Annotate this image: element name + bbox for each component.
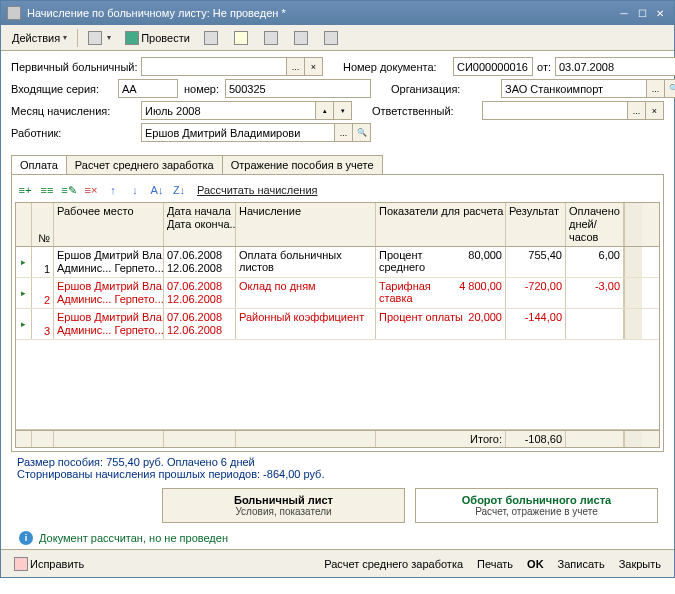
table-row[interactable]: ▸2Ершов Дмитрий Вла...Админис... Герпето… xyxy=(16,278,659,309)
select-button[interactable]: ... xyxy=(647,79,665,98)
select-button[interactable]: ... xyxy=(628,101,646,120)
row-add-icon[interactable]: ≡+ xyxy=(15,180,35,200)
row-accrual: Оклад по дням xyxy=(236,278,376,308)
row-paid xyxy=(566,309,624,339)
col-num[interactable]: № xyxy=(32,203,54,246)
grid-header: № Рабочее место Дата начала Дата оконча.… xyxy=(16,203,659,247)
row-result: 755,40 xyxy=(506,247,566,277)
help-button[interactable] xyxy=(227,28,257,48)
choice-2-title: Оборот больничного листа xyxy=(424,494,649,506)
row-dn-icon[interactable]: ↓ xyxy=(125,180,145,200)
avg-calc-button[interactable]: Расчет среднего заработка xyxy=(317,555,470,573)
total-value: -108,60 xyxy=(506,431,566,447)
tab-oplata[interactable]: Оплата xyxy=(11,155,67,174)
ok-button[interactable]: OK xyxy=(520,555,551,573)
choice-sick-list[interactable]: Больничный лист Условия, показатели xyxy=(162,488,405,523)
titlebar: Начисление по больничному листу: Не пров… xyxy=(1,1,674,25)
form-label: Входящие серия: xyxy=(11,83,118,95)
print-button[interactable]: Печать xyxy=(470,555,520,573)
minimize-button[interactable]: ─ xyxy=(616,6,632,20)
provesti-label: Провести xyxy=(141,32,190,44)
form-input[interactable] xyxy=(225,79,371,98)
col-work[interactable]: Рабочее место xyxy=(54,203,164,246)
form-input[interactable] xyxy=(141,123,335,142)
form-label: Организация: xyxy=(391,83,501,95)
choice-2-sub: Расчет, отражение в учете xyxy=(424,506,649,517)
lookup-button[interactable]: 🔍 xyxy=(353,123,371,142)
actions-label: Действия xyxy=(12,32,60,44)
row-num: 1 xyxy=(32,247,54,277)
form-input[interactable] xyxy=(482,101,628,120)
table-row[interactable]: ▸3Ершов Дмитрий Вла...Админис... Герпето… xyxy=(16,309,659,340)
col-opl[interactable]: Оплачено дней/часов xyxy=(566,203,624,246)
select-button[interactable]: ... xyxy=(287,57,305,76)
form-label: Работник: xyxy=(11,127,141,139)
clear-button[interactable]: × xyxy=(305,57,323,76)
row-accrual: Оплата больничных листов xyxy=(236,247,376,277)
info-icon: i xyxy=(19,531,33,545)
row-result: -144,00 xyxy=(506,309,566,339)
spin-up[interactable]: ▴ xyxy=(316,101,334,120)
app-icon xyxy=(7,6,21,20)
find-button[interactable] xyxy=(81,28,118,48)
close-btn[interactable]: Закрыть xyxy=(612,555,668,573)
form-input[interactable] xyxy=(501,79,647,98)
row-paid: 6,00 xyxy=(566,247,624,277)
row-up-icon[interactable]: ↑ xyxy=(103,180,123,200)
row-num: 2 xyxy=(32,278,54,308)
footer-bar: Исправить Расчет среднего заработка Печа… xyxy=(1,549,674,577)
row-paid: -3,00 xyxy=(566,278,624,308)
tab-otrazhenie[interactable]: Отражение пособия в учете xyxy=(222,155,383,174)
tool-icon-1 xyxy=(204,31,218,45)
main-toolbar: Действия Провести xyxy=(1,25,674,51)
sort-za-icon[interactable]: Z↓ xyxy=(169,180,189,200)
row-dates: 07.06.200812.06.2008 xyxy=(164,278,236,308)
window-title: Начисление по больничному листу: Не пров… xyxy=(27,7,614,19)
maximize-button[interactable]: ☐ xyxy=(634,6,650,20)
select-button[interactable]: ... xyxy=(335,123,353,142)
close-button[interactable]: ✕ xyxy=(652,6,668,20)
status-text: Документ рассчитан, но не проведен xyxy=(39,532,228,544)
form-label: Первичный больничный: xyxy=(11,61,141,73)
form-input[interactable] xyxy=(141,57,287,76)
tool-btn-4[interactable] xyxy=(317,28,347,48)
tool-btn-2[interactable] xyxy=(257,28,287,48)
form-input[interactable] xyxy=(118,79,178,98)
col-date[interactable]: Дата начала Дата оконча... xyxy=(164,203,236,246)
tab-srednego[interactable]: Расчет среднего заработка xyxy=(66,155,223,174)
row-indicator: Процент оплаты20,000 xyxy=(376,309,506,339)
row-copy-icon[interactable]: ≡≡ xyxy=(37,180,57,200)
accrual-grid: № Рабочее место Дата начала Дата оконча.… xyxy=(15,202,660,448)
tool-btn-1[interactable] xyxy=(197,28,227,48)
save-button[interactable]: Записать xyxy=(551,555,612,573)
col-pok[interactable]: Показатели для расчета xyxy=(376,203,506,246)
row-edit-icon[interactable]: ≡✎ xyxy=(59,180,79,200)
spin-down[interactable]: ▾ xyxy=(334,101,352,120)
col-res[interactable]: Результат xyxy=(506,203,566,246)
row-icon: ▸ xyxy=(16,309,32,339)
choice-back[interactable]: Оборот больничного листа Расчет, отражен… xyxy=(415,488,658,523)
form-input[interactable] xyxy=(141,101,316,120)
choice-1-title: Больничный лист xyxy=(171,494,396,506)
row-num: 3 xyxy=(32,309,54,339)
col-nach[interactable]: Начисление xyxy=(236,203,376,246)
form-input[interactable] xyxy=(453,57,533,76)
clear-button[interactable]: × xyxy=(646,101,664,120)
row-del-icon[interactable]: ≡× xyxy=(81,180,101,200)
provesti-button[interactable]: Провести xyxy=(118,28,197,48)
lookup-button[interactable]: 🔍 xyxy=(665,79,675,98)
fix-button[interactable]: Исправить xyxy=(7,554,91,574)
form-input[interactable] xyxy=(555,57,675,76)
choice-1-sub: Условия, показатели xyxy=(171,506,396,517)
row-indicator: Тарифная ставка4 800,00 xyxy=(376,278,506,308)
table-row[interactable]: ▸1Ершов Дмитрий Вла...Админис... Герпето… xyxy=(16,247,659,278)
total-label: Итого: xyxy=(376,431,506,447)
form-label: Номер документа: xyxy=(343,61,453,73)
summary-line-2: Сторнированы начисления прошлых периодов… xyxy=(17,468,658,480)
actions-menu[interactable]: Действия xyxy=(5,28,74,48)
sort-az-icon[interactable]: A↓ xyxy=(147,180,167,200)
calc-link[interactable]: Рассчитать начисления xyxy=(191,181,324,199)
tool-icon-3 xyxy=(294,31,308,45)
tool-btn-3[interactable] xyxy=(287,28,317,48)
row-work: Ершов Дмитрий Вла...Админис... Герпето..… xyxy=(54,278,164,308)
